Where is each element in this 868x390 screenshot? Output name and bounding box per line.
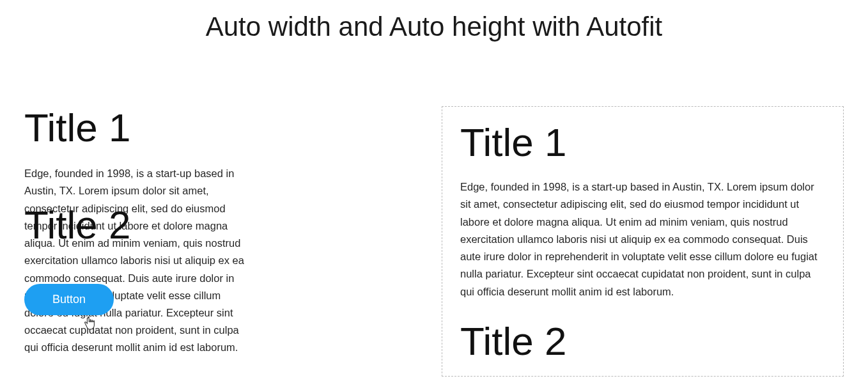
left-column: Title 1 Edge, founded in 1998, is a star… — [24, 106, 434, 377]
right-box: Title 1 Edge, founded in 1998, is a star… — [442, 106, 844, 377]
right-title-2: Title 2 — [460, 320, 825, 363]
columns-container: Title 1 Edge, founded in 1998, is a star… — [0, 106, 868, 377]
left-title-1: Title 1 — [24, 106, 242, 150]
right-title-1: Title 1 — [460, 121, 825, 164]
page-title: Auto width and Auto height with Autofit — [0, 0, 868, 42]
left-body-text: Edge, founded in 1998, is a start-up bas… — [24, 165, 248, 356]
demo-button[interactable]: Button — [24, 284, 114, 315]
right-body-text: Edge, founded in 1998, is a start-up bas… — [460, 178, 825, 300]
right-column: Title 1 Edge, founded in 1998, is a star… — [434, 106, 844, 377]
left-title-2: Title 2 — [24, 205, 131, 245]
